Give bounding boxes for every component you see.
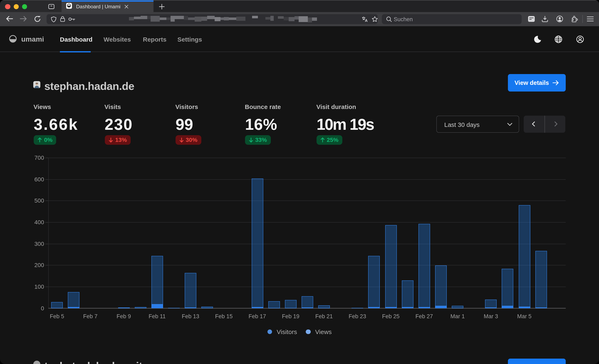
svg-text:A: A bbox=[365, 18, 368, 22]
